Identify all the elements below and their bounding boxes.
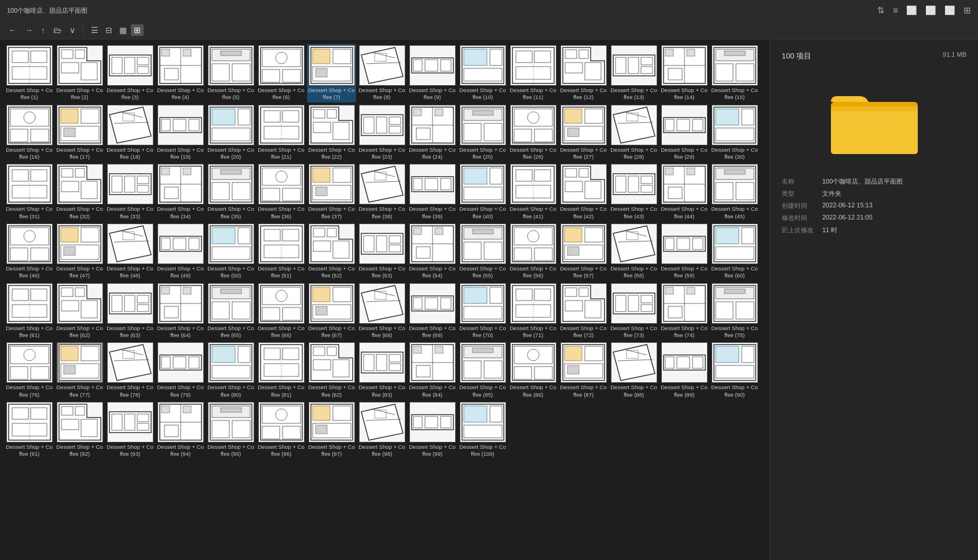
- list-item[interactable]: Dessert Shop + Coffee (52): [307, 222, 356, 281]
- list-item[interactable]: Dessert Shop + Coffee (2): [55, 44, 104, 103]
- list-item[interactable]: Dessert Shop + Coffee (28): [609, 104, 658, 162]
- list-item[interactable]: Dessert Shop + Coffee (77): [55, 341, 104, 400]
- share-icon[interactable]: ⬜: [906, 5, 917, 16]
- list-item[interactable]: Dessert Shop + Coffee (25): [458, 104, 507, 162]
- list-item[interactable]: Dessert Shop + Coffee (12): [559, 44, 608, 103]
- expand-button[interactable]: ∨: [67, 24, 78, 36]
- list-item[interactable]: Dessert Shop + Coffee (59): [660, 222, 709, 281]
- list-item[interactable]: Dessert Shop + Coffee (29): [660, 104, 709, 162]
- list-item[interactable]: Dessert Shop + Coffee (71): [508, 282, 558, 341]
- list-item[interactable]: Dessert Shop + Coffee (53): [357, 222, 406, 281]
- list-item[interactable]: Dessert Shop + Coffee (39): [408, 163, 457, 221]
- list-item[interactable]: Dessert Shop + Coffee (96): [257, 401, 306, 459]
- list-item[interactable]: Dessert Shop + Coffee (66): [257, 282, 306, 341]
- list-item[interactable]: Dessert Shop + Coffee (22): [307, 104, 356, 162]
- folder-button[interactable]: 🗁: [50, 24, 64, 36]
- list-item[interactable]: Dessert Shop + Coffee (83): [357, 341, 406, 400]
- list-item[interactable]: Dessert Shop + Coffee (33): [105, 163, 155, 221]
- list-item[interactable]: Dessert Shop + Coffee (57): [559, 222, 608, 281]
- list-item[interactable]: Dessert Shop + Coffee (97): [307, 401, 356, 459]
- list-item[interactable]: Dessert Shop + Coffee (80): [206, 341, 255, 400]
- list-item[interactable]: Dessert Shop + Coffee (84): [408, 341, 457, 400]
- nav-forward-button[interactable]: →: [22, 24, 36, 36]
- list-item[interactable]: Dessert Shop + Coffee (74): [660, 282, 709, 341]
- list-item[interactable]: Dessert Shop + Coffee (35): [206, 163, 255, 221]
- view-icon[interactable]: ≡: [893, 5, 898, 16]
- list-item[interactable]: Dessert Shop + Coffee (23): [357, 104, 406, 162]
- list-item[interactable]: Dessert Shop + Coffee (89): [660, 341, 709, 400]
- list-item[interactable]: Dessert Shop + Coffee (87): [559, 341, 608, 400]
- list-item[interactable]: Dessert Shop + Coffee (44): [660, 163, 709, 221]
- list-item[interactable]: Dessert Shop + Coffee (5): [206, 44, 255, 103]
- list-item[interactable]: Dessert Shop + Coffee (94): [156, 401, 205, 459]
- list-item[interactable]: Dessert Shop + Coffee (3): [105, 44, 155, 103]
- list-item[interactable]: Dessert Shop + Coffee (42): [559, 163, 608, 221]
- list-item[interactable]: Dessert Shop + Coffee (58): [609, 222, 658, 281]
- list-item[interactable]: Dessert Shop + Coffee (38): [357, 163, 406, 221]
- list-item[interactable]: Dessert Shop + Coffee (37): [307, 163, 356, 221]
- list-item[interactable]: Dessert Shop + Coffee (32): [55, 163, 104, 221]
- list-item[interactable]: Dessert Shop + Coffee (75): [710, 282, 759, 341]
- list-item[interactable]: Dessert Shop + Coffee (79): [156, 341, 205, 400]
- list-item[interactable]: Dessert Shop + Coffee (36): [257, 163, 306, 221]
- nav-back-button[interactable]: ←: [6, 24, 20, 36]
- list-item[interactable]: Dessert Shop + Coffee (54): [408, 222, 457, 281]
- view-medium-button[interactable]: ⊟: [102, 24, 115, 36]
- list-item[interactable]: Dessert Shop + Coffee (72): [559, 282, 608, 341]
- list-item[interactable]: Dessert Shop + Coffee (50): [206, 222, 255, 281]
- list-item[interactable]: Dessert Shop + Coffee (40): [458, 163, 507, 221]
- list-item[interactable]: Dessert Shop + Coffee (7): [307, 44, 356, 103]
- list-item[interactable]: Dessert Shop + Coffee (73): [609, 282, 658, 341]
- list-item[interactable]: Dessert Shop + Coffee (20): [206, 104, 255, 162]
- list-item[interactable]: Dessert Shop + Coffee (76): [5, 341, 54, 400]
- list-item[interactable]: Dessert Shop + Coffee (49): [156, 222, 205, 281]
- list-item[interactable]: Dessert Shop + Coffee (18): [105, 104, 155, 162]
- window-icon[interactable]: ⬜: [944, 5, 955, 16]
- list-item[interactable]: Dessert Shop + Coffee (14): [660, 44, 709, 103]
- list-item[interactable]: Dessert Shop + Coffee (56): [508, 222, 558, 281]
- list-item[interactable]: Dessert Shop + Coffee (70): [458, 282, 507, 341]
- list-item[interactable]: Dessert Shop + Coffee (31): [5, 163, 54, 221]
- list-item[interactable]: Dessert Shop + Coffee (26): [508, 104, 558, 162]
- list-item[interactable]: Dessert Shop + Coffee (55): [458, 222, 507, 281]
- list-item[interactable]: Dessert Shop + Coffee (48): [105, 222, 155, 281]
- list-item[interactable]: Dessert Shop + Coffee (10): [458, 44, 507, 103]
- list-item[interactable]: Dessert Shop + Coffee (62): [55, 282, 104, 341]
- list-item[interactable]: Dessert Shop + Coffee (30): [710, 104, 759, 162]
- list-item[interactable]: Dessert Shop + Coffee (65): [206, 282, 255, 341]
- list-item[interactable]: Dessert Shop + Coffee (41): [508, 163, 558, 221]
- list-item[interactable]: Dessert Shop + Coffee (95): [206, 401, 255, 459]
- list-item[interactable]: Dessert Shop + Coffee (16): [5, 104, 54, 162]
- view-extralarge-button[interactable]: ⊞: [131, 24, 144, 36]
- list-item[interactable]: Dessert Shop + Coffee (93): [105, 401, 155, 459]
- list-item[interactable]: Dessert Shop + Coffee (85): [458, 341, 507, 400]
- list-item[interactable]: Dessert Shop + Coffee (78): [105, 341, 155, 400]
- list-item[interactable]: Dessert Shop + Coffee (91): [5, 401, 54, 459]
- list-item[interactable]: Dessert Shop + Coffee (27): [559, 104, 608, 162]
- list-item[interactable]: Dessert Shop + Coffee (100): [458, 401, 507, 459]
- list-item[interactable]: Dessert Shop + Coffee (46): [5, 222, 54, 281]
- list-item[interactable]: Dessert Shop + Coffee (68): [357, 282, 406, 341]
- view-list-button[interactable]: ☰: [88, 24, 101, 36]
- sort-icon[interactable]: ⇅: [877, 5, 885, 16]
- list-item[interactable]: Dessert Shop + Coffee (34): [156, 163, 205, 221]
- list-item[interactable]: Dessert Shop + Coffee (88): [609, 341, 658, 400]
- list-item[interactable]: Dessert Shop + Coffee (99): [408, 401, 457, 459]
- list-item[interactable]: Dessert Shop + Coffee (4): [156, 44, 205, 103]
- view-large-button[interactable]: ▦: [116, 24, 130, 36]
- list-item[interactable]: Dessert Shop + Coffee (92): [55, 401, 104, 459]
- list-item[interactable]: Dessert Shop + Coffee (24): [408, 104, 457, 162]
- list-item[interactable]: Dessert Shop + Coffee (98): [357, 401, 406, 459]
- list-item[interactable]: Dessert Shop + Coffee (81): [257, 341, 306, 400]
- list-item[interactable]: Dessert Shop + Coffee (63): [105, 282, 155, 341]
- list-item[interactable]: Dessert Shop + Coffee (67): [307, 282, 356, 341]
- list-item[interactable]: Dessert Shop + Coffee (82): [307, 341, 356, 400]
- grid-icon[interactable]: ⊞: [964, 5, 971, 16]
- list-item[interactable]: Dessert Shop + Coffee (86): [508, 341, 558, 400]
- list-item[interactable]: Dessert Shop + Coffee (19): [156, 104, 205, 162]
- list-item[interactable]: Dessert Shop + Coffee (13): [609, 44, 658, 103]
- list-item[interactable]: Dessert Shop + Coffee (43): [609, 163, 658, 221]
- list-item[interactable]: Dessert Shop + Coffee (11): [508, 44, 558, 103]
- nav-up-button[interactable]: ↑: [38, 24, 48, 36]
- list-item[interactable]: Dessert Shop + Coffee (9): [408, 44, 457, 103]
